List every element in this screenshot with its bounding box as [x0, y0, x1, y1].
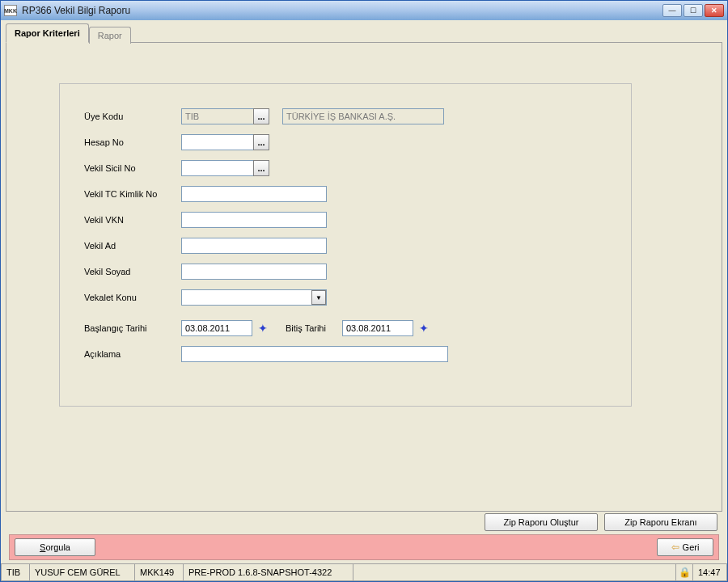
lock-icon: 🔒 — [675, 564, 693, 581]
label-vekil-sicil-no: Vekil Sicil No — [84, 163, 181, 173]
geri-button[interactable]: ⇦Geri — [657, 538, 713, 556]
status-terminal: MKK149 — [135, 564, 184, 581]
vekil-soyad-input[interactable] — [181, 264, 327, 280]
tab-criteria[interactable]: Rapor Kriterleri — [6, 23, 89, 43]
label-hesap-no: Hesap No — [84, 137, 181, 147]
close-button[interactable]: ✕ — [705, 4, 724, 17]
status-spacer — [353, 564, 675, 581]
titlebar: MKK RP366 Vekil Bilgi Raporu — ☐ ✕ — [1, 1, 727, 20]
vekil-sicil-no-input[interactable] — [181, 160, 254, 176]
app-icon: MKK — [4, 5, 17, 16]
vekalet-konu-input[interactable] — [181, 289, 327, 306]
aciklama-input[interactable] — [181, 346, 448, 362]
status-bar: TIB YUSUF CEM GÜREL MKK149 PRE-PROD 1.6.… — [1, 563, 727, 581]
vekil-ad-input[interactable] — [181, 238, 327, 254]
uye-kodu-lookup-button[interactable]: ... — [253, 108, 269, 124]
zip-toolbar: Zip Raporu Oluştur Zip Raporu Ekranı — [6, 512, 722, 533]
status-clock: 14:47 — [693, 564, 727, 581]
criteria-frame: Üye Kodu ... Hesap No ... Vekil Sicil No… — [59, 83, 632, 407]
tab-report[interactable]: Rapor — [89, 27, 131, 44]
label-baslangic-tarihi: Başlangıç Tarihi — [84, 323, 181, 333]
sorgula-button[interactable]: Sorgula — [15, 538, 95, 556]
vekil-vkn-input[interactable] — [181, 212, 327, 228]
tab-strip: Rapor Kriterleri Rapor — [6, 23, 722, 43]
label-vekalet-konu: Vekalet Konu — [84, 293, 181, 302]
bitis-tarihi-input[interactable] — [342, 320, 413, 336]
label-vekil-ad: Vekil Ad — [84, 241, 181, 251]
label-vekil-vkn: Vekil VKN — [84, 215, 181, 225]
baslangic-tarihi-input[interactable] — [181, 320, 252, 336]
window-title: RP366 Vekil Bilgi Raporu — [22, 5, 662, 16]
maximize-button[interactable]: ☐ — [684, 4, 703, 17]
status-code: TIB — [1, 564, 30, 581]
status-version: PRE-PROD 1.6.8-SNAPSHOT-4322 — [184, 564, 353, 581]
tab-panel-criteria: Üye Kodu ... Hesap No ... Vekil Sicil No… — [6, 42, 722, 512]
label-uye-kodu: Üye Kodu — [84, 112, 181, 121]
chevron-down-icon[interactable]: ▼ — [311, 290, 326, 305]
hesap-no-input[interactable] — [181, 134, 254, 150]
bitis-tarihi-calendar-icon[interactable]: ✦ — [416, 320, 432, 336]
status-user: YUSUF CEM GÜREL — [30, 564, 135, 581]
app-window: MKK RP366 Vekil Bilgi Raporu — ☐ ✕ Rapor… — [0, 0, 728, 582]
hesap-no-lookup-button[interactable]: ... — [253, 134, 269, 150]
vekil-sicil-no-lookup-button[interactable]: ... — [253, 160, 269, 176]
baslangic-tarihi-calendar-icon[interactable]: ✦ — [255, 320, 271, 336]
vekalet-konu-combo[interactable]: ▼ — [181, 289, 327, 306]
minimize-button[interactable]: — — [662, 4, 682, 17]
uye-adi-display — [282, 108, 444, 124]
zip-create-button[interactable]: Zip Raporu Oluştur — [485, 513, 598, 531]
arrow-left-icon: ⇦ — [671, 542, 679, 553]
label-aciklama: Açıklama — [84, 349, 181, 359]
action-bar: Sorgula ⇦Geri — [9, 534, 719, 560]
window-buttons: — ☐ ✕ — [662, 4, 724, 17]
label-vekil-soyad: Vekil Soyad — [84, 267, 181, 276]
label-bitis-tarihi: Bitiş Tarihi — [286, 323, 342, 333]
uye-kodu-input[interactable] — [181, 108, 254, 124]
label-vekil-tc: Vekil TC Kimlik No — [84, 189, 181, 199]
vekil-tc-input[interactable] — [181, 186, 327, 202]
client-area: Rapor Kriterleri Rapor Üye Kodu ... Hesa… — [1, 20, 727, 563]
zip-screen-button[interactable]: Zip Raporu Ekranı — [604, 513, 717, 531]
geri-button-label: Geri — [683, 542, 700, 552]
